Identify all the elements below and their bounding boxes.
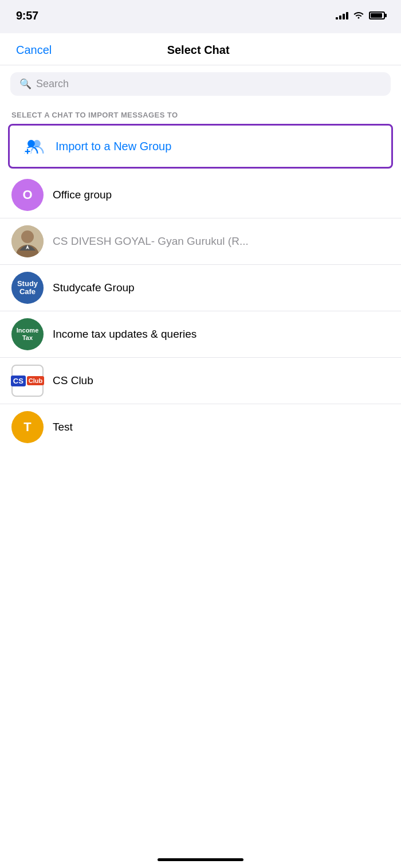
chat-name: Income tax updates & queries bbox=[53, 328, 196, 341]
chat-name: Office group bbox=[53, 189, 112, 201]
page-title: Select Chat bbox=[167, 44, 230, 57]
status-icons bbox=[336, 11, 385, 19]
chat-row[interactable]: IncomeTax Income tax updates & queries bbox=[0, 311, 401, 358]
avatar: O bbox=[11, 179, 44, 211]
chat-row[interactable]: CS Club CS Club bbox=[0, 358, 401, 404]
import-new-group-label: Import to a New Group bbox=[56, 140, 171, 153]
home-indicator bbox=[158, 858, 243, 861]
import-group-icon bbox=[21, 134, 46, 159]
nav-bar: Cancel Select Chat bbox=[0, 33, 401, 65]
avatar: T bbox=[11, 411, 44, 443]
modal-container: Cancel Select Chat 🔍 Search SELECT A CHA… bbox=[0, 33, 401, 868]
avatar: StudyCafe bbox=[11, 272, 44, 304]
chat-name: CS Club bbox=[53, 374, 93, 387]
wifi-icon bbox=[353, 11, 364, 19]
signal-icon bbox=[336, 11, 348, 19]
status-bar: 9:57 bbox=[0, 0, 401, 31]
chat-row[interactable]: O Office group bbox=[0, 172, 401, 218]
battery-icon bbox=[369, 11, 385, 19]
search-bar[interactable]: 🔍 Search bbox=[10, 72, 391, 96]
status-time: 9:57 bbox=[16, 9, 38, 22]
chat-list: O Office group CS DIVESH GOYAL- Gyan Gur… bbox=[0, 172, 401, 450]
avatar: IncomeTax bbox=[11, 318, 44, 350]
chat-name: Studycafe Group bbox=[53, 281, 135, 294]
avatar: CS Club bbox=[11, 365, 44, 397]
import-new-group-button[interactable]: Import to a New Group bbox=[8, 124, 393, 169]
search-placeholder: Search bbox=[36, 78, 69, 90]
chat-row[interactable]: CS DIVESH GOYAL- Gyan Gurukul (R... bbox=[0, 218, 401, 265]
chat-row[interactable]: T Test bbox=[0, 404, 401, 450]
svg-point-6 bbox=[21, 230, 34, 243]
avatar bbox=[11, 225, 44, 257]
cancel-button[interactable]: Cancel bbox=[16, 44, 52, 57]
chat-name: CS DIVESH GOYAL- Gyan Gurukul (R... bbox=[53, 235, 249, 248]
search-container: 🔍 Search bbox=[0, 65, 401, 103]
chat-name: Test bbox=[53, 421, 73, 433]
search-icon: 🔍 bbox=[19, 78, 32, 90]
chat-row[interactable]: StudyCafe Studycafe Group bbox=[0, 265, 401, 311]
section-header: SELECT A CHAT TO IMPORT MESSAGES TO bbox=[0, 103, 401, 124]
